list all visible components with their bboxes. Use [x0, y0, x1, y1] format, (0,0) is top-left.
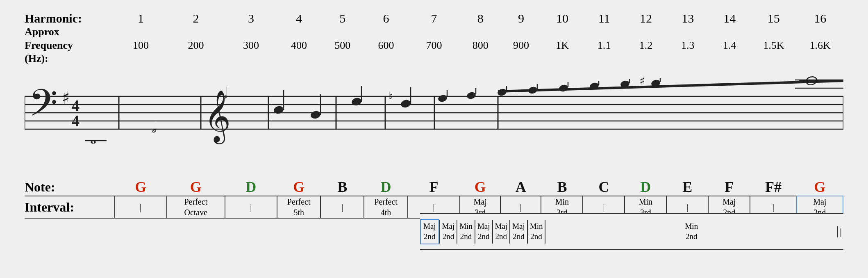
svg-text:♯: ♯ [639, 75, 645, 87]
staff-svg: 𝄢 ♯ 4 4 𝄞 𝅝 𝅗𝅥 𝅗𝅥 [25, 72, 843, 158]
note-C11: C [583, 178, 625, 196]
interval-pipe-1: | [115, 196, 167, 218]
harmonic-14: 14 [709, 11, 750, 25]
note-Fs15: F# [750, 178, 796, 196]
svg-point-35 [437, 94, 448, 103]
interval-maj2nd-1112: Maj2nd [475, 220, 492, 243]
freq-13: 1.3 [667, 25, 709, 66]
freq-9: 900 [501, 25, 541, 66]
interval-perfect-5th: Perfect5th [277, 196, 320, 218]
note-E13: E [666, 178, 708, 196]
note-interval-section: Note: G G D G B D F G A B C D E F F# G I… [25, 178, 843, 219]
note-F14: F [708, 178, 750, 196]
note-interval-table: Note: G G D G B D F G A B C D E F F# G I… [25, 178, 843, 219]
freq-label: ApproxFrequency(Hz): [25, 25, 115, 66]
note-row-label: Note: [25, 178, 115, 196]
freq-15: 1.5K [750, 25, 797, 66]
note-G4: G [277, 178, 320, 196]
freq-4: 400 [277, 25, 320, 66]
harmonic-2: 2 [167, 11, 225, 25]
interval-min2nd-1415: Min2nd [527, 220, 545, 243]
freq-7: 700 [408, 25, 460, 66]
harmonic-9: 9 [501, 11, 541, 25]
header-table: Harmonic: 1 2 3 4 5 6 7 8 9 10 11 12 13 … [25, 11, 843, 66]
harmonic-16: 16 [797, 11, 843, 25]
harmonic-10: 10 [541, 11, 583, 25]
note-F7: F [408, 178, 460, 196]
interval-pipe-3: | [320, 196, 364, 218]
harmonic-row: Harmonic: 1 2 3 4 5 6 7 8 9 10 11 12 13 … [25, 11, 843, 25]
note-D3: D [225, 178, 277, 196]
harmonic-12: 12 [625, 11, 667, 25]
freq-11: 1.1 [583, 25, 625, 66]
svg-point-26 [273, 105, 284, 115]
svg-point-39 [497, 88, 507, 96]
frequency-row: ApproxFrequency(Hz): 100 200 300 400 500… [25, 25, 843, 66]
interval-min2nd-1011: Min2nd [457, 220, 475, 243]
freq-1: 100 [115, 25, 167, 66]
right-intervals: Maj2nd Maj2nd Min2nd Maj2nd Maj2nd Maj2n… [420, 213, 843, 250]
freq-8: 800 [460, 25, 501, 66]
harmonic-8: 8 [460, 11, 501, 25]
svg-line-21 [498, 81, 843, 91]
svg-point-37 [466, 91, 476, 100]
svg-point-41 [527, 86, 538, 94]
freq-5: 500 [321, 25, 364, 66]
interval-min2nd-1516: Min2nd [545, 220, 837, 243]
note-B5: B [320, 178, 364, 196]
svg-point-28 [310, 110, 321, 120]
svg-text:𝄢: 𝄢 [29, 83, 58, 133]
interval-maj2nd-910: Maj2nd [439, 220, 457, 243]
freq-2: 200 [167, 25, 225, 66]
freq-3: 300 [225, 25, 277, 66]
header-section: Harmonic: 1 2 3 4 5 6 7 8 9 10 11 12 13 … [25, 11, 843, 66]
freq-10: 1K [541, 25, 583, 66]
freq-16: 1.6K [797, 25, 843, 66]
harmonic-3: 3 [225, 11, 277, 25]
note-D6: D [364, 178, 407, 196]
harmonic-4: 4 [277, 11, 320, 25]
note-D12: D [625, 178, 666, 196]
freq-6: 600 [364, 25, 408, 66]
note-G1: G [115, 178, 167, 196]
svg-text:♮: ♮ [389, 89, 393, 104]
note-row: Note: G G D G B D F G A B C D E F F# G [25, 178, 843, 196]
interval-maj2nd-1213: Maj2nd [492, 220, 510, 243]
note-A9: A [500, 178, 541, 196]
svg-point-30 [351, 97, 362, 107]
note-G2: G [167, 178, 225, 196]
harmonic-label: Harmonic: [25, 11, 115, 25]
interval-pipe-2: | [225, 196, 277, 218]
staff-area: 𝄢 ♯ 4 4 𝄞 𝅝 𝅗𝅥 𝅗𝅥 [25, 72, 843, 158]
interval-perfect-octave: PerfectOctave [167, 196, 225, 218]
harmonic-7: 7 [408, 11, 460, 25]
harmonic-1: 1 [115, 11, 167, 25]
harmonic-6: 6 [364, 11, 408, 25]
note-B10: B [541, 178, 583, 196]
harmonic-5: 5 [321, 11, 364, 25]
harmonic-15: 15 [750, 11, 797, 25]
note-G8: G [460, 178, 500, 196]
main-container: Harmonic: 1 2 3 4 5 6 7 8 9 10 11 12 13 … [0, 0, 868, 278]
svg-point-33 [400, 99, 411, 109]
interval-maj2nd-89-right: Maj2nd [420, 219, 439, 244]
interval-row-label: Interval: [25, 196, 115, 218]
interval-maj2nd-1314: Maj2nd [509, 220, 527, 243]
harmonic-11: 11 [583, 11, 625, 25]
interval-pipe-end: | [837, 226, 843, 237]
interval-perfect-4th: Perfect4th [364, 196, 407, 218]
svg-point-43 [558, 84, 568, 92]
svg-text:4: 4 [72, 97, 80, 114]
svg-text:𝄞: 𝄞 [204, 91, 231, 145]
freq-12: 1.2 [625, 25, 667, 66]
freq-14: 1.4 [709, 25, 750, 66]
note-G16: G [797, 178, 843, 196]
svg-text:4: 4 [72, 112, 80, 129]
svg-text:♯: ♯ [61, 89, 70, 107]
harmonic-13: 13 [667, 11, 709, 25]
svg-text:𝅗𝅥: 𝅗𝅥 [152, 120, 156, 133]
